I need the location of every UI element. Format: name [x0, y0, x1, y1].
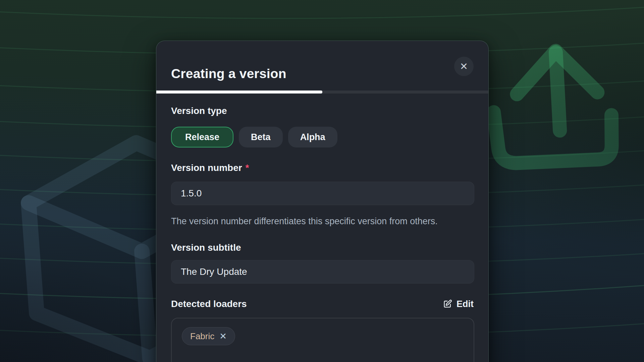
- edit-button-label: Edit: [457, 299, 474, 309]
- remove-loader-button[interactable]: ✕: [219, 332, 227, 341]
- version-type-beta-button[interactable]: Beta: [239, 127, 283, 147]
- create-version-modal: Creating a version ✕ Version type Releas…: [156, 41, 489, 362]
- version-subtitle-input[interactable]: [171, 260, 474, 284]
- loader-tag-fabric: Fabric ✕: [182, 327, 235, 345]
- loader-tag-label: Fabric: [190, 331, 214, 342]
- modal-body: Version type Release Beta Alpha Version …: [156, 90, 488, 362]
- version-number-label-text: Version number: [171, 162, 242, 174]
- remove-tag-icon: ✕: [219, 331, 227, 341]
- modal-title: Creating a version: [171, 66, 286, 81]
- edit-icon: [443, 299, 452, 309]
- progress-bar-fill: [156, 90, 322, 94]
- version-number-help-text: The version number differentiates this s…: [171, 214, 454, 229]
- edit-loaders-button[interactable]: Edit: [443, 299, 474, 309]
- version-number-input[interactable]: [171, 182, 474, 205]
- close-button[interactable]: ✕: [454, 57, 474, 76]
- detected-loaders-box: Fabric ✕: [171, 318, 474, 362]
- version-number-label: Version number *: [171, 162, 474, 174]
- version-subtitle-label: Version subtitle: [171, 242, 474, 253]
- required-asterisk: *: [246, 162, 249, 174]
- version-type-alpha-button[interactable]: Alpha: [288, 127, 337, 147]
- version-type-label: Version type: [171, 105, 474, 117]
- detected-loaders-header: Detected loaders Edit: [171, 298, 474, 310]
- version-type-release-button[interactable]: Release: [171, 127, 233, 147]
- close-icon: ✕: [460, 57, 468, 76]
- progress-bar: [156, 90, 488, 94]
- detected-loaders-label: Detected loaders: [171, 298, 247, 310]
- modal-header: Creating a version ✕: [156, 41, 488, 90]
- version-type-options: Release Beta Alpha: [171, 127, 474, 147]
